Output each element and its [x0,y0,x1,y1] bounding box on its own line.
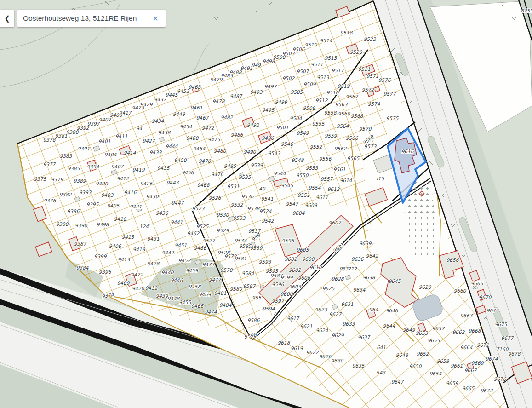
parcel-label-9414[interactable]: 9414 [124,150,136,155]
parcel-label-964.[interactable]: 964. [369,307,379,312]
parcel-label-9546[interactable]: 9546 [281,141,294,147]
parcel-label-9644[interactable]: 9644 [383,323,395,328]
parcel-label-9415[interactable]: 9415 [122,234,135,240]
parcel-label-9603[interactable]: 9603 [289,284,302,289]
parcel-label-9395[interactable]: 9395 [86,201,99,207]
parcel-label-i15[interactable]: i15 [377,176,385,181]
parcel-label-9539[interactable]: 9539 [251,162,263,168]
parcel-label-9642[interactable]: 9642 [366,253,379,259]
parcel-label-9530[interactable]: 9530 [217,212,229,218]
parcel-label-9517[interactable]: 9517 [332,68,344,73]
parcel-label-9628[interactable]: 9628 [332,276,344,282]
parcel-label-9519[interactable]: 9519 [338,83,350,89]
parcel-label-9413[interactable]: 9413 [118,257,131,262]
parcel-label-9577[interactable]: 9577 [383,91,396,97]
parcel-label-9620[interactable]: 9620 [419,284,432,290]
parcel-label-9420[interactable]: 9420 [132,286,145,291]
parcel-label-9678[interactable]: 9678 [508,351,521,356]
parcel-label-9529[interactable]: 9529 [217,228,229,233]
parcel-label-9451[interactable]: 9451 [175,242,187,248]
parcel-label-9670[interactable]: 9670 [479,294,492,300]
parcel-label-9406[interactable]: 9406 [109,243,122,249]
parcel-label-9521[interactable]: 9521 [358,66,371,72]
parcel-label-9659[interactable]: 9659 [446,380,459,386]
parcel-label-9469[interactable]: 9469 [199,292,212,297]
parcel-label-9616[interactable]: 9616 [401,149,414,154]
parcel-label-9564[interactable]: 9564 [337,123,349,129]
parcel-label-9436[interactable]: 9436 [156,210,169,216]
parcel-label-9637[interactable]: 9637 [358,334,371,340]
parcel-label-9481[interactable]: 9481 [214,290,227,296]
parcel-label-9610[interactable]: 9610 [309,264,322,270]
parcel-label-9527[interactable]: 9527 [203,238,216,243]
parcel-label-9397[interactable]: 9397 [87,121,100,126]
parcel-label-9656[interactable]: 9656 [446,257,459,263]
parcel-label-9375[interactable]: 9375 [34,176,47,182]
parcel-label-9594[interactable]: 9594 [263,306,275,311]
parcel-label-9394[interactable]: 9394 [87,164,99,169]
parcel-label-9504[interactable]: 9504 [290,115,302,121]
parcel-label-9534[interactable]: 9534 [235,238,247,243]
parcel-label-9555[interactable]: 9555 [312,121,325,126]
parcel-label-9513[interactable]: 9513 [317,75,330,80]
parcel-label-9668[interactable]: 9668 [469,328,481,333]
parcel-label-9445[interactable]: 9445 [166,92,178,98]
parcel-label-9609[interactable]: 9609 [305,202,318,208]
parcel-label-9493[interactable]: 9493 [250,89,263,95]
parcel-label-9446[interactable]: 9446 [171,277,183,283]
parcel-label-9593[interactable]: 9593 [259,259,272,264]
parcel-label-9618[interactable]: 9618 [278,340,291,345]
parcel-label-9408[interactable]: 9408 [110,112,123,118]
parcel-label-9380[interactable]: 9380 [56,221,69,227]
parcel-label-9391[interactable]: 9391 [78,146,90,151]
parcel-label-9468[interactable]: 9468 [197,182,210,188]
parcel-label-94.[interactable]: 94. [136,126,144,131]
parcel-label-9432[interactable]: 9432 [145,285,158,291]
parcel-label-9535[interactable]: 9535 [239,174,252,180]
parcel-label-9466[interactable]: 9466 [194,245,207,251]
parcel-label-9608[interactable]: 9608 [302,256,315,262]
parcel-label-9464[interactable]: 9464 [193,146,206,151]
parcel-label-9444[interactable]: 9444 [166,144,178,149]
parcel-label-9664[interactable]: 9664 [460,345,473,350]
parcel-label-9677[interactable]: 9677 [501,335,514,341]
parcel-label-9502[interactable]: 9502 [282,75,295,81]
parcel-label-9543[interactable]: 9543 [268,150,281,156]
parcel-label-9511[interactable]: 9511 [311,62,323,67]
parcel-label-9500[interactable]: 9500 [273,54,286,60]
parcel-label-9501[interactable]: 9501 [276,125,289,130]
parcel-label-9648[interactable]: 9648 [396,352,409,358]
parcel-label-9463[interactable]: 9463 [189,84,201,90]
parcel-label-9589[interactable]: 9589 [250,245,263,251]
parcel-label-9561[interactable]: 9561 [333,167,346,172]
parcel-label-9674[interactable]: 9674 [486,356,498,362]
parcel-label-9483[interactable]: 9483 [221,73,234,78]
parcel-label-9622[interactable]: 9622 [306,350,319,355]
parcel-label-9653[interactable]: 9653 [416,330,429,336]
parcel-label-9550[interactable]: 9550 [296,172,309,178]
parcel-label-9381[interactable]: 9381 [55,133,68,138]
parcel-label-9428[interactable]: 9428 [147,261,160,266]
parcel-label-9523[interactable]: 9523 [192,206,205,211]
parcel-label-9442[interactable]: 9442 [162,250,175,255]
parcel-label-9552[interactable]: 9552 [310,144,323,149]
parcel-label-9518[interactable]: 9518 [340,30,353,35]
parcel-label-9387[interactable]: 9387 [74,241,87,247]
parcel-label-9475[interactable]: 9475 [208,137,221,142]
parcel-label-9665[interactable]: 9665 [462,385,475,391]
parcel-label-9571[interactable]: 9571 [366,73,379,79]
parcel-label-9611[interactable]: 9611 [316,195,328,200]
parcel-label-9650[interactable]: 9650 [409,363,422,369]
parcel-label-9533[interactable]: 9533 [233,215,246,221]
parcel-label-9438[interactable]: 9438 [158,130,171,135]
parcel-label-9536[interactable]: 9536 [241,194,254,199]
parcel-label-9465[interactable]: 9465 [191,303,204,309]
parcel-label-9524[interactable]: 9524 [259,208,272,214]
parcel-label-9404[interactable]: 9404 [104,152,117,157]
parcel-label-9556[interactable]: 9556 [319,156,332,161]
parcel-label-9388[interactable]: 9388 [66,129,79,135]
parcel-label-9410[interactable]: 9410 [114,216,127,222]
parcel-label-9624[interactable]: 9624 [316,328,328,333]
parcel-label-9378[interactable]: 9378 [43,137,56,143]
parcel-label-9400[interactable]: 9400 [96,181,109,186]
